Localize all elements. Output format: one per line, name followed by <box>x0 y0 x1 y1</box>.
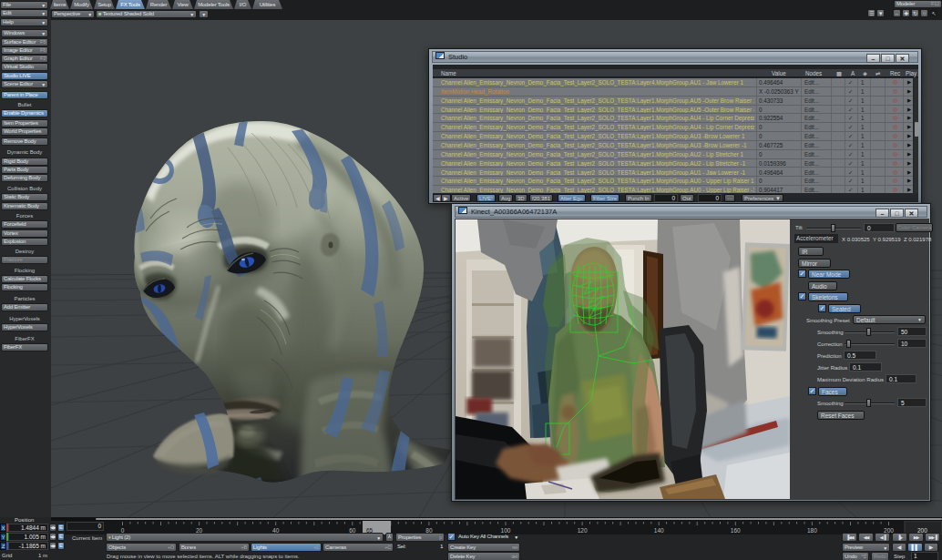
svg-text:140: 140 <box>654 527 664 534</box>
svg-text:180: 180 <box>807 527 817 534</box>
svg-text:120: 120 <box>578 527 588 534</box>
svg-text:160: 160 <box>731 527 741 534</box>
